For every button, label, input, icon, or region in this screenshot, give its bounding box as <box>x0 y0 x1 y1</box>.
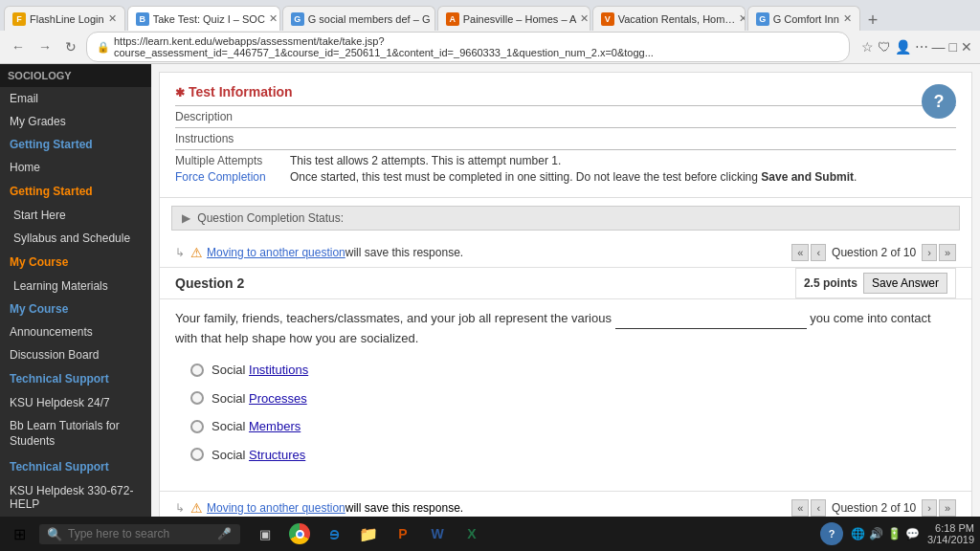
back-button[interactable]: ← <box>8 37 29 56</box>
tab-social-members[interactable]: G G social members def – G ✕ <box>282 6 435 31</box>
tab-vacation[interactable]: V Vacation Rentals, Hom… ✕ <box>592 6 746 31</box>
prev-question-button-top[interactable]: ‹ <box>811 244 826 261</box>
save-submit-link[interactable]: Save and Submit <box>761 170 854 184</box>
sidebar-item-discussion-board[interactable]: Discussion Board <box>0 343 151 366</box>
tab-close-flashline[interactable]: ✕ <box>108 12 117 25</box>
question-body: Your family, friends, teachers/classmate… <box>160 299 971 483</box>
start-button[interactable]: ⊞ <box>6 523 33 545</box>
moving-link-bottom[interactable]: Moving to another question <box>207 501 345 515</box>
sidebar-item-home[interactable]: Home <box>0 156 151 179</box>
highlight-members: Members <box>249 419 301 433</box>
lock-icon: 🔒 <box>97 41 110 54</box>
taskbar: ⊞ 🔍 🎤 ▣ ɘ 📁 P W X ? 🌐 🔊 🔋 💬 6:18 PM 3/14… <box>0 517 980 551</box>
next-question-button-bottom[interactable]: › <box>922 499 937 517</box>
taskbar-app-task-view[interactable]: ▣ <box>250 519 280 548</box>
new-tab-button[interactable]: + <box>862 11 884 31</box>
tab-painesville[interactable]: A Painesville – Homes – A ✕ <box>437 6 590 31</box>
tab-close-painesville[interactable]: ✕ <box>580 12 589 25</box>
top-warning-bar: ↳ ⚠ Moving to another question will save… <box>160 238 971 267</box>
tab-flashline[interactable]: F FlashLine Login ✕ <box>4 6 125 31</box>
network-icon: 🌐 <box>851 527 865 540</box>
qcs-label: Question Completion Status: <box>197 211 344 225</box>
help-button[interactable]: ? <box>922 84 956 119</box>
tab-close-vacation[interactable]: ✕ <box>739 12 745 25</box>
points-label: 2.5 points <box>804 276 858 290</box>
sidebar-item-bb-learn-tutorials[interactable]: Bb Learn Tutorials for Students <box>0 414 151 454</box>
warning-suffix-top: will save this response. <box>345 246 463 259</box>
tab-favicon-comfort: G <box>756 12 769 26</box>
close-window-icon[interactable]: ✕ <box>961 39 972 55</box>
taskbar-help-circle[interactable]: ? <box>820 522 843 545</box>
sys-icons: 🌐 🔊 🔋 💬 <box>851 527 920 540</box>
taskbar-app-folder[interactable]: 📁 <box>353 519 384 548</box>
tab-label-comfort: G Comfort Inn <box>773 13 839 25</box>
sidebar-item-learning-materials[interactable]: Learning Materials <box>0 275 151 298</box>
tab-close-comfort[interactable]: ✕ <box>843 12 852 25</box>
warn-indent-icon: ↳ <box>175 246 185 259</box>
sidebar-item-announcements[interactable]: Announcements <box>0 320 151 343</box>
url-box[interactable]: 🔒 https://learn.kent.edu/webapps/assessm… <box>86 32 850 62</box>
description-label: Description <box>175 110 290 123</box>
answer-options: Social Institutions Social Processes Soc… <box>190 361 956 464</box>
refresh-button[interactable]: ↻ <box>61 37 80 56</box>
taskbar-search-input[interactable] <box>68 527 212 540</box>
save-answer-button[interactable]: Save Answer <box>863 273 947 294</box>
sidebar-item-syllabus[interactable]: Syllabus and Schedule <box>0 227 151 250</box>
multiple-attempts-value: This test allows 2 attempts. This is att… <box>290 154 561 167</box>
tab-favicon-taketest: B <box>136 12 149 26</box>
browser-chrome: F FlashLine Login ✕ B Take Test: Quiz I … <box>0 0 980 64</box>
description-row: Description <box>175 110 956 123</box>
tab-close-taketest[interactable]: ✕ <box>269 12 278 25</box>
next-question-button-top[interactable]: › <box>922 244 937 261</box>
tab-comfort-inn[interactable]: G G Comfort Inn ✕ <box>747 6 860 31</box>
radio-social-structures[interactable] <box>190 448 204 461</box>
radio-social-processes[interactable] <box>190 391 204 405</box>
first-question-button-bottom[interactable]: « <box>791 499 809 517</box>
taskbar-app-edge[interactable]: ɘ <box>319 519 349 548</box>
sidebar-item-start-here[interactable]: Start Here <box>0 204 151 227</box>
tab-close-social[interactable]: ✕ <box>434 12 434 25</box>
sidebar-section-getting-started: Getting Started <box>0 179 151 204</box>
sidebar-item-email[interactable]: Email <box>0 87 151 110</box>
taskbar-app-chrome[interactable] <box>284 519 315 548</box>
last-question-button-top[interactable]: » <box>939 244 956 261</box>
taskbar-app-excel[interactable]: X <box>457 519 487 548</box>
microphone-icon[interactable]: 🎤 <box>217 527 232 540</box>
warning-suffix-bottom: will save this response. <box>345 501 463 515</box>
option-social-structures: Social Structures <box>190 446 956 465</box>
highlight-processes: Processes <box>249 391 307 406</box>
menu-icon[interactable]: ⋯ <box>915 39 928 55</box>
radio-social-institutions[interactable] <box>190 364 204 377</box>
forward-button[interactable]: → <box>34 37 56 56</box>
qcs-arrow-icon: ▶ <box>182 211 190 225</box>
content-inner: Test Information Description Instruction… <box>159 72 972 517</box>
radio-social-members[interactable] <box>190 420 204 433</box>
star-icon[interactable]: ☆ <box>861 39 874 55</box>
first-question-button-top[interactable]: « <box>791 244 809 261</box>
moving-link-top[interactable]: Moving to another question <box>207 246 345 259</box>
sidebar-item-my-grades[interactable]: My Grades <box>0 110 151 133</box>
question-completion-status[interactable]: ▶ Question Completion Status: <box>171 206 960 231</box>
question-counter-top: Question 2 of 10 <box>832 246 916 259</box>
question-text-before: Your family, friends, teachers/classmate… <box>175 311 612 325</box>
maximize-icon[interactable]: □ <box>949 39 957 55</box>
sidebar-item-ksu-helpdesk-phone[interactable]: KSU Helpdesk 330-672-HELP <box>0 479 151 516</box>
battery-icon: 🔋 <box>887 527 902 540</box>
question-counter-bottom: Question 2 of 10 <box>832 501 916 515</box>
prev-question-button-bottom[interactable]: ‹ <box>811 499 826 517</box>
sidebar-item-my-course-active[interactable]: My Course <box>0 298 151 320</box>
profile-icon[interactable]: 👤 <box>895 39 911 55</box>
taskbar-app-powerpoint[interactable]: P <box>388 519 418 548</box>
taskbar-app-word[interactable]: W <box>422 519 453 548</box>
last-question-button-bottom[interactable]: » <box>939 499 956 517</box>
tab-take-test[interactable]: B Take Test: Quiz I – SOC ✕ <box>127 6 280 31</box>
bottom-nav-arrows: « ‹ Question 2 of 10 › » <box>791 499 956 517</box>
notification-icon: 💬 <box>905 527 920 540</box>
shield-icon[interactable]: 🛡 <box>878 39 891 55</box>
minimize-icon[interactable]: — <box>932 39 946 55</box>
highlight-institutions: Institutions <box>249 363 308 377</box>
points-badge: 2.5 points Save Answer <box>795 268 956 298</box>
highlight-structures: Structures <box>249 448 305 462</box>
taskbar-search-bar[interactable]: 🔍 🎤 <box>39 524 240 544</box>
sidebar-item-ksu-helpdesk-247[interactable]: KSU Helpdesk 24/7 <box>0 391 151 414</box>
